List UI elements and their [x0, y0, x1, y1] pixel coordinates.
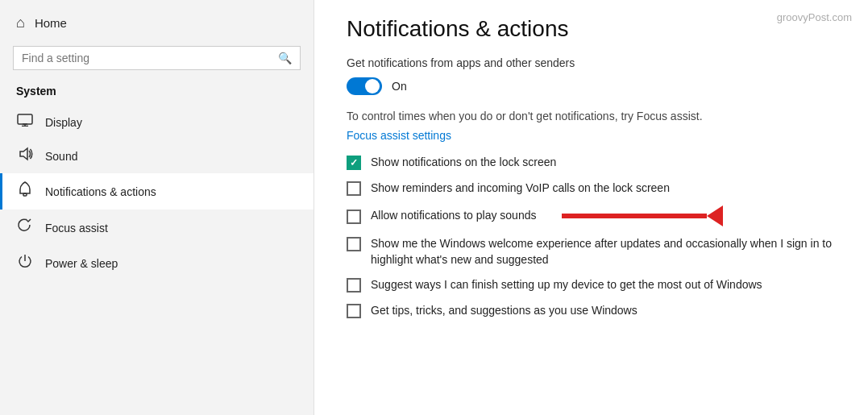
- checkbox-row-welcome: Show me the Windows welcome experience a…: [347, 236, 836, 268]
- svg-rect-5: [23, 193, 27, 196]
- checkbox-tips[interactable]: [347, 304, 361, 318]
- focus-hint: To control times when you do or don't ge…: [347, 108, 836, 125]
- checkbox-sounds-label: Allow notifications to play sounds: [371, 208, 536, 224]
- display-icon: [16, 114, 34, 131]
- sidebar-item-notifications-label: Notifications & actions: [45, 185, 156, 198]
- power-icon: [16, 254, 34, 272]
- checkbox-reminders-label: Show reminders and incoming VoIP calls o…: [371, 181, 670, 197]
- checkbox-tips-label: Get tips, tricks, and suggestions as you…: [371, 303, 638, 319]
- checkbox-lock-screen-label: Show notifications on the lock screen: [371, 155, 556, 171]
- checkbox-reminders[interactable]: [347, 181, 361, 196]
- toggle-row: On: [347, 77, 836, 95]
- search-input[interactable]: [22, 52, 272, 64]
- checkbox-row-reminders: Show reminders and incoming VoIP calls o…: [347, 181, 836, 197]
- checkbox-row-tips: Get tips, tricks, and suggestions as you…: [347, 303, 836, 319]
- sidebar-item-notifications[interactable]: Notifications & actions: [0, 173, 314, 210]
- sidebar-item-power-label: Power & sleep: [45, 257, 118, 270]
- sidebar-home-label: Home: [35, 16, 67, 30]
- svg-marker-4: [20, 148, 27, 160]
- svg-rect-0: [18, 114, 32, 124]
- page-title: Notifications & actions: [347, 16, 836, 42]
- sidebar-item-power[interactable]: Power & sleep: [0, 246, 314, 280]
- sidebar-item-focus[interactable]: Focus assist: [0, 210, 314, 246]
- sidebar: ⌂ Home 🔍 System Display Sound: [0, 0, 314, 415]
- sidebar-item-sound-label: Sound: [45, 150, 77, 163]
- checkbox-welcome[interactable]: [347, 237, 361, 251]
- main-content: groovyPost.com Notifications & actions G…: [314, 0, 868, 415]
- sidebar-item-display-label: Display: [45, 116, 82, 129]
- arrow-head: [707, 205, 723, 226]
- sidebar-home[interactable]: ⌂ Home: [0, 0, 314, 39]
- checkbox-finish-setup-label: Suggest ways I can finish setting up my …: [371, 277, 762, 293]
- checkbox-finish-setup[interactable]: [347, 278, 361, 293]
- sidebar-item-sound[interactable]: Sound: [0, 139, 314, 173]
- toggle-thumb: [365, 79, 380, 93]
- notifications-icon: [16, 181, 34, 201]
- sound-icon: [16, 147, 34, 165]
- annotation-arrow: [562, 205, 723, 226]
- checkbox-row-sounds: Allow notifications to play sounds: [347, 205, 836, 226]
- focus-icon: [16, 218, 34, 238]
- sidebar-item-focus-label: Focus assist: [45, 222, 108, 234]
- search-box: 🔍: [13, 46, 301, 70]
- checkbox-row-lock-screen: Show notifications on the lock screen: [347, 155, 836, 171]
- sidebar-item-display[interactable]: Display: [0, 106, 314, 139]
- notifications-toggle[interactable]: [347, 77, 382, 95]
- toggle-label: On: [392, 80, 407, 93]
- focus-assist-link[interactable]: Focus assist settings: [347, 129, 451, 142]
- checkbox-welcome-label: Show me the Windows welcome experience a…: [371, 236, 836, 268]
- checkbox-lock-screen[interactable]: [347, 156, 361, 170]
- watermark: groovyPost.com: [777, 11, 852, 23]
- checkbox-row-finish-setup: Suggest ways I can finish setting up my …: [347, 277, 836, 293]
- home-icon: ⌂: [16, 15, 25, 31]
- arrow-shaft: [562, 214, 707, 218]
- notifications-subtitle: Get notifications from apps and other se…: [347, 56, 836, 69]
- sidebar-section-label: System: [0, 81, 314, 106]
- checkbox-sounds[interactable]: [347, 210, 361, 224]
- search-icon[interactable]: 🔍: [278, 52, 292, 64]
